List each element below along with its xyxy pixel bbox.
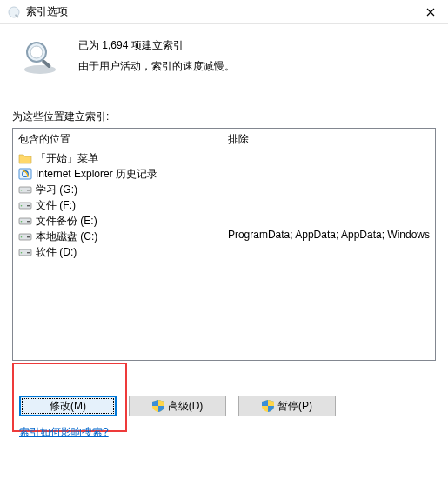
shield-icon [262,400,274,412]
location-label: 文件 (F:) [36,198,76,213]
drive-icon [18,214,32,228]
exclude-text [228,244,430,260]
included-header: 包含的位置 [18,132,217,147]
modify-label: 修改(M) [50,399,86,414]
drive-icon [18,230,32,243]
exclude-text: ProgramData; AppData; AppData; Windows [228,229,430,244]
folder-icon [18,151,32,165]
location-row[interactable]: 文件 (F:) [18,197,217,213]
search-icon [19,37,61,78]
location-label: 「开始」菜单 [36,151,98,166]
modify-button[interactable]: 修改(M) [19,396,117,416]
location-row[interactable]: 「开始」菜单 [18,150,217,166]
exclude-text [228,197,430,213]
index-status-text: 由于用户活动，索引的速度减慢。 [78,56,235,77]
location-label: 本地磁盘 (C:) [36,230,97,244]
drive-icon [18,245,32,259]
exclude-text [228,213,430,229]
location-label: 文件备份 (E:) [36,214,97,229]
location-row[interactable]: Internet Explorer 历史记录 [18,166,217,182]
location-row[interactable]: 文件备份 (E:) [18,213,217,229]
help-link[interactable]: 索引如何影响搜索? [12,425,109,440]
exclude-text [228,182,430,197]
titlebar: 索引选项 [0,0,448,24]
close-icon [426,8,435,17]
exclude-text [228,150,430,166]
location-label: 软件 (D:) [36,245,77,260]
locations-label: 为这些位置建立索引: [12,110,436,124]
pause-label: 暂停(P) [277,399,312,414]
exclude-text [228,166,430,182]
index-count-text: 已为 1,694 项建立索引 [78,35,235,56]
location-row[interactable]: 学习 (G:) [18,182,217,197]
window-title: 索引选项 [26,4,413,19]
advanced-label: 高级(D) [168,399,204,414]
location-row[interactable]: 本地磁盘 (C:) [18,229,217,244]
app-icon [7,5,21,19]
drive-icon [18,198,32,212]
locations-list: 包含的位置 「开始」菜单Internet Explorer 历史记录学习 (G:… [12,128,436,361]
excluded-header: 排除 [228,132,430,147]
location-label: Internet Explorer 历史记录 [36,167,157,182]
close-button[interactable] [413,0,448,24]
location-row[interactable]: 软件 (D:) [18,244,217,260]
advanced-button[interactable]: 高级(D) [129,396,226,416]
pause-button[interactable]: 暂停(P) [238,396,336,416]
shield-icon [152,400,164,412]
drive-icon [18,183,32,196]
location-label: 学习 (G:) [36,183,77,197]
summary: 已为 1,694 项建立索引 由于用户活动，索引的速度减慢。 [12,33,436,78]
ie-icon [18,167,32,181]
